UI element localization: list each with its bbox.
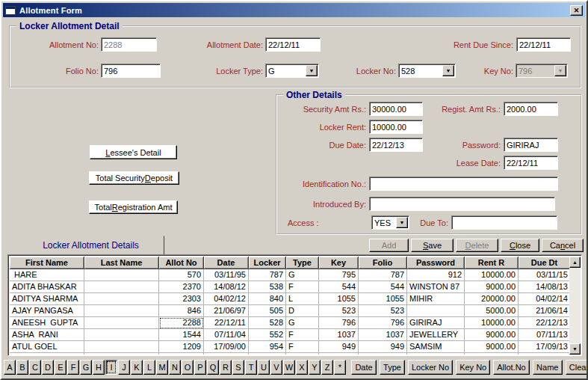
add-button[interactable]: Add — [369, 239, 409, 252]
letter-button-x[interactable]: X — [296, 360, 308, 375]
grid-cell[interactable]: 5000.00 — [465, 305, 519, 317]
grid-cell[interactable]: 9000.00 — [465, 341, 519, 353]
column-header-rent-r[interactable]: Rent R — [465, 257, 519, 269]
chevron-down-icon[interactable]: ▼ — [396, 217, 408, 228]
filter-button-clear[interactable]: Clear — [566, 360, 588, 375]
letter-button-d[interactable]: D — [42, 360, 54, 375]
grid-cell[interactable]: 795 — [319, 269, 359, 281]
grid-cell[interactable]: 552 — [249, 329, 286, 341]
column-header-folio[interactable]: Folio — [359, 257, 407, 269]
grid-cell[interactable]: 10000.00 — [465, 317, 519, 329]
grid-cell[interactable]: 9000.00 — [465, 281, 519, 293]
grid-cell[interactable]: 04/02/14 — [519, 293, 569, 305]
letter-button-a[interactable]: A — [4, 360, 16, 375]
grid-cell[interactable]: 14/08/13 — [519, 281, 569, 293]
letter-button-b[interactable]: B — [16, 360, 28, 375]
filter-button-date[interactable]: Date — [351, 360, 377, 375]
grid-cell[interactable]: F — [286, 281, 319, 293]
grid-cell[interactable]: 20000.00 — [465, 293, 519, 305]
grid-cell[interactable]: ATUL GOEL — [10, 341, 84, 353]
letter-button-m[interactable]: M — [156, 360, 168, 375]
grid-cell[interactable]: 2303 — [159, 293, 204, 305]
grid-cell[interactable]: 2288 — [159, 317, 204, 329]
table-row[interactable]: AJAY PANGASA84621/06/97505D5235235000.00… — [10, 305, 569, 317]
locker-rent-field[interactable] — [369, 120, 423, 134]
grid-cell[interactable]: F — [286, 341, 319, 353]
grid-cell[interactable]: 523 — [359, 305, 407, 317]
key-no-combo[interactable]: 796 ▼ — [516, 64, 568, 78]
grid-cell[interactable]: JEWELLERY — [407, 329, 465, 341]
grid-cell[interactable]: 787 — [359, 269, 407, 281]
grid-cell[interactable]: 1209 — [159, 341, 204, 353]
letter-button-y[interactable]: Y — [309, 360, 321, 375]
filter-button-locker-no[interactable]: Locker No — [408, 360, 453, 375]
grid-cell[interactable]: ANEESH GUPTA — [10, 317, 84, 329]
grid-cell[interactable]: 912 — [407, 269, 465, 281]
letter-button-star[interactable]: * — [334, 360, 346, 375]
grid-cell[interactable]: 03/11/15 — [519, 269, 569, 281]
grid-cell[interactable] — [84, 305, 159, 317]
letter-button-j[interactable]: J — [118, 360, 130, 375]
grid-cell[interactable]: F — [286, 329, 319, 341]
letter-button-i[interactable]: I — [105, 360, 117, 375]
column-header-date[interactable]: Date — [204, 257, 249, 269]
letter-button-l[interactable]: L — [143, 360, 155, 375]
letter-button-e[interactable]: E — [55, 360, 66, 375]
grid-cell[interactable] — [407, 305, 465, 317]
letter-button-o[interactable]: O — [182, 360, 194, 375]
access-combo[interactable]: YES ▼ — [371, 215, 409, 230]
column-header-last-name[interactable]: Last Name — [84, 257, 159, 269]
grid-cell[interactable]: 1037 — [319, 329, 359, 341]
grid-cell[interactable]: 949 — [359, 341, 407, 353]
filter-button-type[interactable]: Type — [380, 360, 405, 375]
scroll-down-icon[interactable]: ▼ — [569, 343, 581, 355]
grid-cell[interactable]: AJAY PANGASA — [10, 305, 84, 317]
lease-date-field[interactable] — [504, 156, 558, 170]
grid-cell[interactable]: ADITYA SHARMA — [10, 293, 84, 305]
filter-button-allot-no[interactable]: Allot.No — [493, 360, 530, 375]
grid-cell[interactable]: 1055 — [319, 293, 359, 305]
total-security-deposit-button[interactable]: Total Security Deposit — [89, 171, 179, 185]
letter-button-q[interactable]: Q — [207, 360, 219, 375]
allotment-date-field[interactable] — [265, 37, 321, 52]
grid-cell[interactable] — [84, 269, 159, 281]
letter-button-u[interactable]: U — [258, 360, 270, 375]
grid-cell[interactable]: SAMSIM — [407, 341, 465, 353]
grid-cell[interactable]: ASHA RANI — [10, 329, 84, 341]
introduced-by-field[interactable] — [369, 197, 555, 211]
letter-button-w[interactable]: W — [283, 360, 295, 375]
table-row[interactable]: ADITA BHASKAR237014/08/12538F544544WINST… — [10, 281, 569, 293]
grid-cell[interactable]: G — [286, 317, 319, 329]
table-row[interactable]: HARE57003/11/95787G79578791210000.0003/1… — [10, 269, 569, 281]
grid-cell[interactable]: 528 — [249, 317, 286, 329]
table-row[interactable]: ANEESH GUPTA228822/12/11528G796796GIRIRA… — [10, 317, 569, 329]
grid-cell[interactable] — [84, 281, 159, 293]
table-row[interactable]: ADITYA SHARMA230304/02/12840L10551055MIH… — [10, 293, 569, 305]
regist-amt-field[interactable] — [504, 102, 558, 116]
identification-no-field[interactable] — [369, 177, 558, 191]
grid-cell[interactable]: 17/09/13 — [519, 341, 569, 353]
letter-button-g[interactable]: G — [80, 360, 92, 375]
delete-button[interactable]: Delete — [456, 239, 498, 252]
lessees-detail-button[interactable]: Lessee's Detail — [90, 145, 177, 159]
grid-cell[interactable]: 22/12/13 — [519, 317, 569, 329]
grid-cell[interactable]: 10000.00 — [465, 269, 519, 281]
grid-cell[interactable]: 796 — [319, 317, 359, 329]
column-header-password[interactable]: Password — [407, 257, 465, 269]
letter-button-k[interactable]: K — [131, 360, 143, 375]
grid-cell[interactable]: GIRIRAJ — [407, 317, 465, 329]
chevron-down-icon[interactable]: ▼ — [306, 65, 318, 76]
table-row[interactable]: ASHA RANI154407/11/04552F10371037JEWELLE… — [10, 329, 569, 341]
grid-cell[interactable]: 787 — [249, 269, 286, 281]
rent-due-since-field[interactable] — [516, 37, 571, 52]
grid-cell[interactable]: 21/06/14 — [519, 305, 569, 317]
grid-cell[interactable]: 1055 — [359, 293, 407, 305]
column-header-type[interactable]: Type — [286, 257, 319, 269]
close-button[interactable]: Close — [501, 239, 539, 252]
password-field[interactable] — [504, 138, 558, 152]
grid-cell[interactable]: 9000.00 — [465, 329, 519, 341]
grid-cell[interactable]: 570 — [159, 269, 204, 281]
column-header-first-name[interactable]: First Name — [10, 257, 84, 269]
grid-cell[interactable] — [84, 341, 159, 353]
grid-cell[interactable]: 840 — [249, 293, 286, 305]
